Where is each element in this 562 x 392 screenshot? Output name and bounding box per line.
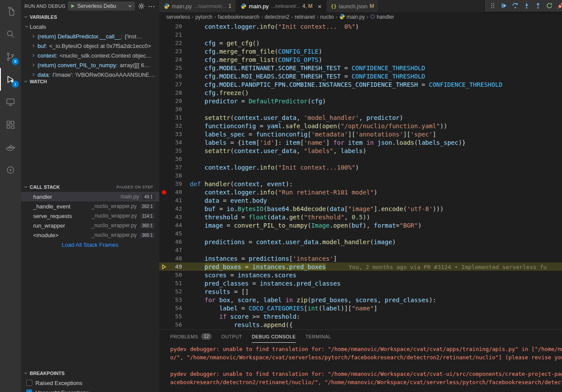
step-out-icon[interactable] bbox=[533, 1, 543, 10]
code-line[interactable]: 38 bbox=[159, 171, 562, 180]
close-icon[interactable]: × bbox=[318, 3, 322, 10]
line-number[interactable]: 52 bbox=[169, 288, 182, 295]
breakpoint-row[interactable]: ✓Uncaught Exceptions bbox=[21, 388, 159, 392]
line-number[interactable]: 49 bbox=[169, 263, 182, 270]
load-all-stack-frames-link[interactable]: Load All Stack Frames bbox=[21, 240, 159, 249]
code-line[interactable]: 52 results = [] bbox=[159, 287, 562, 296]
line-number[interactable]: 24 bbox=[169, 56, 182, 63]
breadcrumb-item[interactable]: serverless bbox=[166, 14, 190, 20]
code-line[interactable]: 22 cfg = get_cfg() bbox=[159, 39, 562, 47]
code-line[interactable]: 35 setattr(context.user_data, "labels", … bbox=[159, 147, 562, 155]
code-line[interactable]: 37 context.logger.info("Init context...1… bbox=[159, 163, 562, 171]
continue-icon[interactable] bbox=[499, 1, 509, 10]
line-number[interactable]: 46 bbox=[169, 239, 182, 245]
restart-icon[interactable] bbox=[544, 1, 555, 10]
code-line[interactable]: 23 cfg.merge_from_file(CONFIG_FILE) bbox=[159, 47, 562, 55]
line-number[interactable]: 41 bbox=[169, 197, 182, 204]
line-number[interactable]: 44 bbox=[169, 222, 182, 228]
activity-circle-tool[interactable] bbox=[0, 159, 21, 181]
code-line[interactable]: 34 labels = {item['id']: item['name'] fo… bbox=[159, 138, 562, 147]
code-line[interactable]: 41 data = event.body bbox=[159, 196, 562, 205]
watch-section-header[interactable]: WATCH bbox=[21, 77, 159, 86]
line-number[interactable]: 53 bbox=[169, 297, 182, 303]
line-number[interactable]: 20 bbox=[169, 23, 182, 30]
breakpoints-section-header[interactable]: BREAKPOINTS bbox=[21, 368, 159, 378]
step-over-icon[interactable] bbox=[510, 1, 521, 10]
line-number[interactable]: 51 bbox=[169, 280, 182, 286]
code-line[interactable]: 55 if score >= threshold: bbox=[159, 312, 562, 320]
breakpoint-checkbox[interactable] bbox=[26, 380, 32, 386]
breadcrumb-item[interactable]: nuclio bbox=[320, 14, 334, 20]
code-line[interactable]: 32 functionconfig = yaml.safe_load(open(… bbox=[159, 122, 562, 130]
variable-row[interactable]: (return) convert_PIL_to_numpy:array([[[ … bbox=[21, 60, 159, 70]
breadcrumb-item[interactable]: retinanet bbox=[295, 14, 315, 20]
line-number[interactable]: 38 bbox=[169, 172, 182, 179]
breakpoint-checkbox[interactable]: ✓ bbox=[26, 389, 32, 392]
step-into-icon[interactable] bbox=[521, 1, 532, 10]
breakpoint-dot-icon[interactable] bbox=[162, 190, 166, 194]
panel-tab-debug-console[interactable]: DEBUG CONSOLE bbox=[247, 330, 301, 343]
editor-tab[interactable]: main.py.../retinanet/...4, M× bbox=[236, 0, 326, 12]
callstack-frame[interactable]: run_wrapper_nuclio_wrapper.py360:1 bbox=[21, 221, 159, 230]
code-line[interactable]: 21 bbox=[159, 31, 562, 39]
code-line[interactable]: 20 context.logger.info("Init context... … bbox=[159, 22, 562, 31]
line-number[interactable]: 45 bbox=[169, 230, 182, 237]
code-line[interactable]: 40 context.logger.info("Run retinanet-R1… bbox=[159, 188, 562, 196]
gear-icon[interactable] bbox=[137, 2, 145, 10]
line-number[interactable]: 54 bbox=[169, 305, 182, 311]
activity-source-control[interactable]: 8 bbox=[0, 45, 21, 68]
code-line[interactable]: 26 cfg.MODEL.ROI_HEADS.SCORE_THRESH_TEST… bbox=[159, 72, 562, 80]
code-line[interactable]: 28 cfg.freeze() bbox=[159, 89, 562, 97]
code-line[interactable]: 47 bbox=[159, 246, 562, 254]
variable-row[interactable]: data:{'image': 'iVBORw0KGgoAAAANSUhE… bbox=[21, 70, 159, 77]
code-line[interactable]: 27 cfg.MODEL.PANOPTIC_FPN.COMBINE.INSTAN… bbox=[159, 80, 562, 89]
activity-search[interactable] bbox=[0, 23, 21, 45]
line-number[interactable]: 55 bbox=[169, 313, 182, 320]
breadcrumb-item[interactable]: detectron2 bbox=[264, 14, 289, 20]
gripper-icon[interactable] bbox=[487, 1, 498, 10]
line-number[interactable]: 37 bbox=[169, 164, 182, 170]
code-line[interactable]: 53 for box, score, label in zip(pred_box… bbox=[159, 296, 562, 304]
code-line[interactable]: 31 setattr(context.user_data, 'model_han… bbox=[159, 113, 562, 122]
line-number[interactable]: 43 bbox=[169, 214, 182, 220]
callstack-frame[interactable]: <module>_nuclio_wrapper.py366:1 bbox=[21, 230, 159, 240]
line-number[interactable]: 32 bbox=[169, 123, 182, 129]
line-number[interactable]: 39 bbox=[169, 181, 182, 187]
breakpoint-gutter[interactable] bbox=[159, 190, 169, 194]
line-number[interactable]: 48 bbox=[169, 255, 182, 262]
line-number[interactable]: 36 bbox=[169, 156, 182, 162]
activity-extensions[interactable] bbox=[0, 113, 21, 136]
code-line[interactable]: 46 predictions = context.user_data.model… bbox=[159, 238, 562, 246]
code-line[interactable]: 49 pred_boxes = instances.pred_boxesYou,… bbox=[159, 262, 562, 271]
line-number[interactable]: 25 bbox=[169, 65, 182, 71]
code-line[interactable]: 43 threshold = float(data.get("threshold… bbox=[159, 213, 562, 221]
line-number[interactable]: 30 bbox=[169, 106, 182, 112]
code-line[interactable]: 30 bbox=[159, 105, 562, 113]
variable-row[interactable]: (return) DefaultPredictor.__call__:{'ins… bbox=[21, 31, 159, 41]
editor-tab[interactable]: {}launch.jsonM bbox=[326, 0, 379, 12]
line-number[interactable]: 21 bbox=[169, 31, 182, 38]
breadcrumb-item[interactable]: handler bbox=[370, 14, 394, 20]
activity-run-and-debug[interactable]: 1 bbox=[0, 68, 21, 91]
line-number[interactable]: 34 bbox=[169, 139, 182, 146]
breadcrumb-item[interactable]: main.py bbox=[339, 14, 365, 21]
editor-tab[interactable]: main.py.../siammask/...1 bbox=[159, 0, 236, 12]
line-number[interactable]: 31 bbox=[169, 114, 182, 121]
callstack-frame[interactable]: handlermain.py49:1 bbox=[21, 192, 159, 201]
breakpoint-row[interactable]: Raised Exceptions bbox=[21, 378, 159, 388]
activity-docker[interactable] bbox=[0, 136, 21, 159]
line-number[interactable]: 56 bbox=[169, 321, 182, 328]
line-number[interactable]: 40 bbox=[169, 189, 182, 195]
panel-tab-terminal[interactable]: TERMINAL bbox=[301, 330, 336, 343]
panel-tab-problems[interactable]: PROBLEMS12 bbox=[165, 330, 216, 343]
breadcrumb-item[interactable]: pytorch bbox=[195, 14, 212, 20]
code-line[interactable]: 45 bbox=[159, 229, 562, 238]
code-line[interactable]: 24 cfg.merge_from_list(CONFIG_OPTS) bbox=[159, 55, 562, 64]
code-line[interactable]: 51 pred_classes = instances.pred_classes bbox=[159, 279, 562, 287]
code-line[interactable]: 33 labels_spec = functionconfig['metadat… bbox=[159, 130, 562, 138]
variable-row[interactable]: buf:<_io.BytesIO object at 0x7f5a2dc1ecc… bbox=[21, 41, 159, 51]
variables-section-header[interactable]: VARIABLES bbox=[21, 12, 159, 22]
line-number[interactable]: 47 bbox=[169, 247, 182, 253]
disconnect-icon[interactable] bbox=[555, 1, 562, 10]
callstack-section-header[interactable]: CALL STACK PAUSED ON STEP bbox=[21, 182, 159, 192]
